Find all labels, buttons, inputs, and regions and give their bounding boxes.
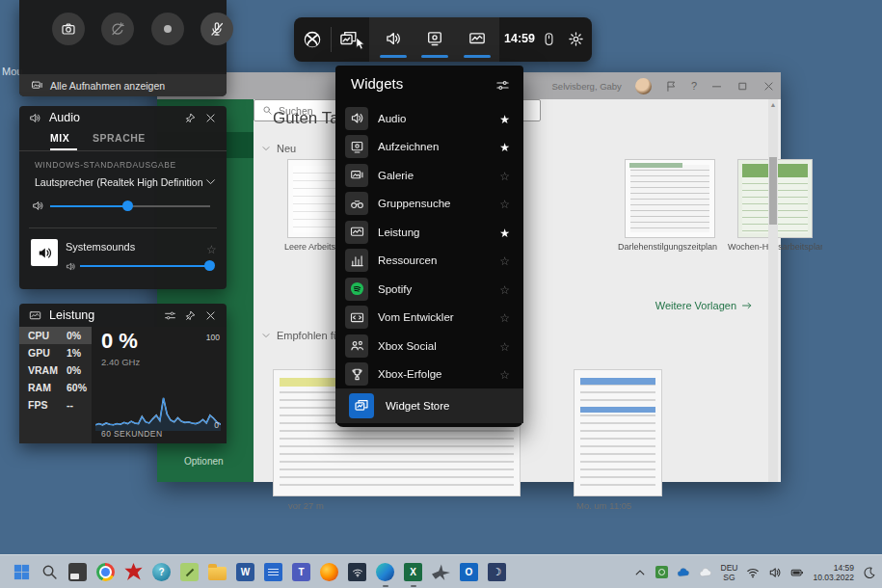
- firefox-app[interactable]: [315, 555, 343, 588]
- recent-document-card[interactable]: [574, 369, 662, 496]
- master-volume-slider[interactable]: [50, 200, 210, 212]
- section-new[interactable]: Neu: [261, 143, 296, 154]
- bird-app[interactable]: [427, 555, 455, 588]
- notes-app[interactable]: [259, 555, 287, 588]
- paint-splat-app[interactable]: [120, 555, 147, 588]
- scrollbar[interactable]: ▲: [768, 99, 778, 482]
- favorite-star-icon[interactable]: [499, 337, 510, 355]
- screenshot-button[interactable]: [52, 13, 85, 45]
- capture-widget-toggle[interactable]: [426, 30, 443, 47]
- widget-menu-item[interactable]: Leistung: [335, 218, 523, 247]
- avatar[interactable]: [635, 78, 652, 94]
- favorite-star-icon[interactable]: [499, 195, 510, 212]
- metric-row[interactable]: RAM 60%: [19, 379, 92, 396]
- widget-menu-item[interactable]: Aufzeichnen: [335, 133, 523, 162]
- wifi-icon[interactable]: [746, 566, 760, 579]
- microphone-button[interactable]: [200, 13, 233, 45]
- cloud-sync-icon[interactable]: [699, 566, 712, 579]
- start-button[interactable]: [8, 555, 36, 588]
- slider-thumb[interactable]: [122, 200, 133, 211]
- sidebar-item-options[interactable]: Optionen: [184, 456, 224, 467]
- maximize-button[interactable]: [736, 80, 749, 93]
- widget-menu-item[interactable]: Spotify: [335, 275, 523, 304]
- tray-overflow-button[interactable]: [633, 566, 647, 579]
- word-app[interactable]: W: [231, 555, 259, 588]
- metric-row[interactable]: VRAM 0%: [19, 361, 92, 379]
- menu-options-icon[interactable]: [495, 78, 510, 93]
- favorite-star-icon[interactable]: [499, 138, 510, 155]
- favorite-star-icon[interactable]: [499, 365, 510, 383]
- language-indicator[interactable]: DEU SG: [721, 563, 738, 582]
- output-device-select[interactable]: Lautsprecher (Realtek High Definition A.…: [35, 175, 224, 188]
- record-last-button[interactable]: [101, 13, 134, 45]
- widget-store-item[interactable]: Widget Store: [335, 388, 523, 423]
- slider-thumb[interactable]: [204, 260, 215, 271]
- search-button[interactable]: [36, 555, 64, 588]
- show-all-captures-button[interactable]: Alle Aufnahmen anzeigen: [19, 74, 227, 96]
- widget-menu-item[interactable]: Xbox-Erfolge: [335, 361, 523, 389]
- favorite-star-icon[interactable]: [499, 308, 510, 326]
- tray-clock[interactable]: 14:59 10.03.2022: [813, 563, 854, 582]
- favorite-star-icon[interactable]: [499, 224, 510, 241]
- widget-menu-item[interactable]: Galerie: [335, 161, 523, 190]
- pin-icon[interactable]: [184, 112, 197, 124]
- favorite-star-icon[interactable]: [499, 167, 510, 184]
- teams-app[interactable]: T: [287, 555, 315, 588]
- excel-app[interactable]: X: [399, 555, 427, 588]
- focus-assist-moon-icon[interactable]: [863, 566, 876, 579]
- widget-menu-item[interactable]: Ressourcen: [335, 247, 523, 276]
- minimize-button[interactable]: [710, 80, 723, 93]
- quiz-app[interactable]: ?: [147, 555, 175, 588]
- favorite-star-icon[interactable]: [499, 281, 510, 298]
- template-loan-schedule[interactable]: [625, 159, 715, 238]
- audio-widget-toggle[interactable]: [385, 30, 402, 47]
- account-name[interactable]: Selvisberg, Gaby: [552, 81, 622, 92]
- help-icon[interactable]: ?: [691, 80, 697, 92]
- gpu-settings-icon[interactable]: [655, 566, 668, 578]
- widget-menu-item[interactable]: Gruppensuche: [335, 190, 523, 219]
- options-sliders-icon[interactable]: [164, 309, 176, 322]
- chrome-app[interactable]: [92, 555, 120, 588]
- feedback-icon[interactable]: [665, 80, 678, 93]
- tab-mix[interactable]: MIX: [50, 132, 69, 144]
- favorite-star-icon[interactable]: [499, 110, 510, 127]
- widget-menu-item[interactable]: Vom Entwickler: [335, 304, 523, 333]
- performance-widget-toggle[interactable]: [468, 30, 486, 47]
- channel-name: Systemsounds: [66, 241, 135, 253]
- cast-app[interactable]: [343, 555, 371, 588]
- onedrive-icon[interactable]: [677, 566, 690, 579]
- widget-menu-item[interactable]: Audio: [335, 104, 523, 133]
- close-button[interactable]: [762, 80, 775, 93]
- gear-icon[interactable]: [568, 31, 584, 47]
- edge-app[interactable]: [371, 555, 399, 588]
- widget-title: Audio: [49, 111, 80, 124]
- task-view-button[interactable]: [64, 555, 92, 588]
- systemsounds-icon-tile: [31, 239, 58, 266]
- outlook-app[interactable]: O: [455, 555, 483, 588]
- template-label[interactable]: Darlehenstilgungszeitplan: [618, 242, 718, 252]
- metric-row[interactable]: GPU 1%: [19, 344, 92, 361]
- scrollbar-thumb[interactable]: [769, 157, 777, 225]
- scrollbar-up-arrow[interactable]: ▲: [768, 101, 778, 108]
- system-tray: DEU SG 14:59 10.03.2022: [633, 555, 877, 588]
- xbox-home-button[interactable]: [303, 30, 322, 49]
- close-icon[interactable]: [204, 112, 217, 124]
- widget-menu-item[interactable]: Xbox Social: [335, 332, 523, 361]
- volume-icon[interactable]: [768, 566, 782, 579]
- perfcard: [350, 225, 364, 239]
- mouse-settings-icon[interactable]: [542, 31, 556, 47]
- metric-row[interactable]: FPS --: [19, 396, 92, 414]
- file-explorer[interactable]: [203, 555, 231, 588]
- metric-row[interactable]: CPU 0%: [19, 327, 92, 344]
- close-icon[interactable]: [204, 309, 217, 322]
- systemsounds-volume-slider[interactable]: [80, 260, 213, 272]
- battery-icon[interactable]: [790, 566, 804, 579]
- night-app[interactable]: ☽: [483, 555, 511, 588]
- record-button[interactable]: [151, 13, 184, 45]
- more-templates-link[interactable]: Weitere Vorlagen: [655, 300, 753, 311]
- favorite-star-icon[interactable]: [499, 252, 510, 269]
- favorite-star-icon[interactable]: [206, 240, 217, 257]
- editor-app[interactable]: [175, 555, 203, 588]
- pin-icon[interactable]: [184, 309, 197, 322]
- tab-sprache[interactable]: SPRACHE: [93, 132, 146, 144]
